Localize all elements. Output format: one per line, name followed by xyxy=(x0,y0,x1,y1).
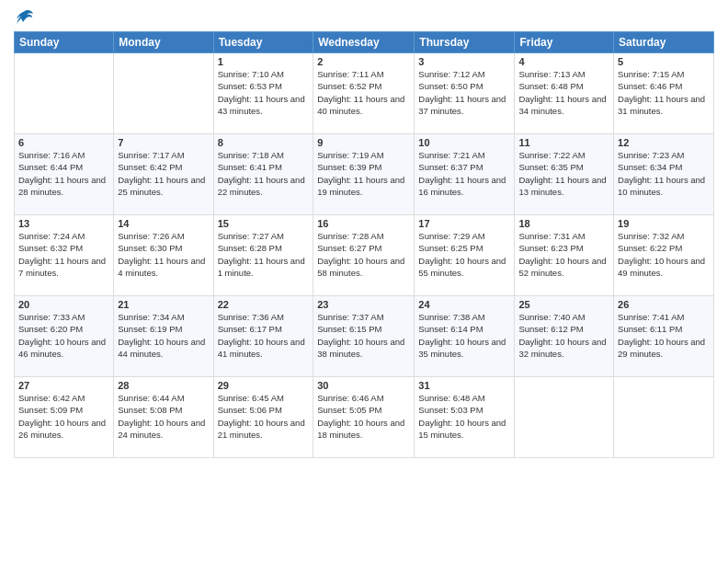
day-number: 24 xyxy=(418,299,510,310)
day-info: Sunrise: 7:12 AM Sunset: 6:50 PM Dayligh… xyxy=(418,68,510,117)
calendar-cell: 29Sunrise: 6:45 AM Sunset: 5:06 PM Dayli… xyxy=(213,377,313,458)
day-number: 15 xyxy=(218,218,310,229)
calendar-cell xyxy=(114,53,213,134)
day-number: 21 xyxy=(118,299,209,310)
day-info: Sunrise: 7:17 AM Sunset: 6:42 PM Dayligh… xyxy=(118,149,209,198)
day-info: Sunrise: 7:32 AM Sunset: 6:22 PM Dayligh… xyxy=(618,230,710,279)
calendar-week-row: 13Sunrise: 7:24 AM Sunset: 6:32 PM Dayli… xyxy=(15,215,714,296)
day-number: 14 xyxy=(118,218,209,229)
calendar-cell: 18Sunrise: 7:31 AM Sunset: 6:23 PM Dayli… xyxy=(515,215,614,296)
calendar-cell: 22Sunrise: 7:36 AM Sunset: 6:17 PM Dayli… xyxy=(213,296,313,377)
calendar-cell xyxy=(614,377,714,458)
calendar-cell: 20Sunrise: 7:33 AM Sunset: 6:20 PM Dayli… xyxy=(15,296,114,377)
logo-bird-icon xyxy=(16,9,34,26)
calendar-week-row: 20Sunrise: 7:33 AM Sunset: 6:20 PM Dayli… xyxy=(15,296,714,377)
day-number: 3 xyxy=(418,56,510,67)
calendar-cell: 15Sunrise: 7:27 AM Sunset: 6:28 PM Dayli… xyxy=(213,215,313,296)
day-info: Sunrise: 7:18 AM Sunset: 6:41 PM Dayligh… xyxy=(218,149,310,198)
day-info: Sunrise: 7:34 AM Sunset: 6:19 PM Dayligh… xyxy=(118,311,209,360)
day-number: 12 xyxy=(618,137,710,148)
header xyxy=(14,9,714,26)
calendar-cell: 6Sunrise: 7:16 AM Sunset: 6:44 PM Daylig… xyxy=(15,134,114,215)
day-number: 4 xyxy=(518,56,609,67)
col-header-monday: Monday xyxy=(114,32,213,53)
calendar-cell: 26Sunrise: 7:41 AM Sunset: 6:11 PM Dayli… xyxy=(614,296,714,377)
calendar-cell: 1Sunrise: 7:10 AM Sunset: 6:53 PM Daylig… xyxy=(213,53,313,134)
day-number: 26 xyxy=(618,299,710,310)
calendar-cell: 2Sunrise: 7:11 AM Sunset: 6:52 PM Daylig… xyxy=(313,53,415,134)
day-info: Sunrise: 7:41 AM Sunset: 6:11 PM Dayligh… xyxy=(618,311,710,360)
day-info: Sunrise: 7:16 AM Sunset: 6:44 PM Dayligh… xyxy=(18,149,109,198)
day-number: 17 xyxy=(418,218,510,229)
day-number: 1 xyxy=(218,56,310,67)
day-number: 9 xyxy=(317,137,410,148)
day-info: Sunrise: 7:13 AM Sunset: 6:48 PM Dayligh… xyxy=(518,68,609,117)
day-number: 27 xyxy=(18,380,109,391)
calendar-cell: 4Sunrise: 7:13 AM Sunset: 6:48 PM Daylig… xyxy=(515,53,614,134)
day-info: Sunrise: 6:46 AM Sunset: 5:05 PM Dayligh… xyxy=(317,392,410,441)
calendar-cell: 23Sunrise: 7:37 AM Sunset: 6:15 PM Dayli… xyxy=(313,296,415,377)
day-number: 5 xyxy=(618,56,710,67)
calendar-cell xyxy=(15,53,114,134)
day-number: 25 xyxy=(518,299,609,310)
day-number: 13 xyxy=(18,218,109,229)
day-number: 22 xyxy=(218,299,310,310)
day-info: Sunrise: 7:24 AM Sunset: 6:32 PM Dayligh… xyxy=(18,230,109,279)
day-info: Sunrise: 7:10 AM Sunset: 6:53 PM Dayligh… xyxy=(218,68,310,117)
day-info: Sunrise: 7:15 AM Sunset: 6:46 PM Dayligh… xyxy=(618,68,710,117)
day-number: 31 xyxy=(418,380,510,391)
col-header-sunday: Sunday xyxy=(15,32,114,53)
day-number: 20 xyxy=(18,299,109,310)
calendar-cell: 3Sunrise: 7:12 AM Sunset: 6:50 PM Daylig… xyxy=(415,53,515,134)
day-info: Sunrise: 7:31 AM Sunset: 6:23 PM Dayligh… xyxy=(518,230,609,279)
page: SundayMondayTuesdayWednesdayThursdayFrid… xyxy=(0,0,728,563)
day-info: Sunrise: 7:27 AM Sunset: 6:28 PM Dayligh… xyxy=(218,230,310,279)
calendar-cell: 16Sunrise: 7:28 AM Sunset: 6:27 PM Dayli… xyxy=(313,215,415,296)
calendar-cell: 7Sunrise: 7:17 AM Sunset: 6:42 PM Daylig… xyxy=(114,134,213,215)
day-info: Sunrise: 7:36 AM Sunset: 6:17 PM Dayligh… xyxy=(218,311,310,360)
calendar-cell: 5Sunrise: 7:15 AM Sunset: 6:46 PM Daylig… xyxy=(614,53,714,134)
col-header-tuesday: Tuesday xyxy=(213,32,313,53)
calendar-week-row: 27Sunrise: 6:42 AM Sunset: 5:09 PM Dayli… xyxy=(15,377,714,458)
calendar-week-row: 6Sunrise: 7:16 AM Sunset: 6:44 PM Daylig… xyxy=(15,134,714,215)
logo xyxy=(14,9,34,26)
day-info: Sunrise: 6:42 AM Sunset: 5:09 PM Dayligh… xyxy=(18,392,109,441)
day-info: Sunrise: 7:21 AM Sunset: 6:37 PM Dayligh… xyxy=(418,149,510,198)
day-info: Sunrise: 7:33 AM Sunset: 6:20 PM Dayligh… xyxy=(18,311,109,360)
calendar-cell: 24Sunrise: 7:38 AM Sunset: 6:14 PM Dayli… xyxy=(415,296,515,377)
day-number: 18 xyxy=(518,218,609,229)
day-info: Sunrise: 7:22 AM Sunset: 6:35 PM Dayligh… xyxy=(518,149,609,198)
calendar-cell: 21Sunrise: 7:34 AM Sunset: 6:19 PM Dayli… xyxy=(114,296,213,377)
calendar-cell: 30Sunrise: 6:46 AM Sunset: 5:05 PM Dayli… xyxy=(313,377,415,458)
day-info: Sunrise: 7:11 AM Sunset: 6:52 PM Dayligh… xyxy=(317,68,410,117)
calendar-week-row: 1Sunrise: 7:10 AM Sunset: 6:53 PM Daylig… xyxy=(15,53,714,134)
day-info: Sunrise: 7:40 AM Sunset: 6:12 PM Dayligh… xyxy=(518,311,609,360)
day-number: 11 xyxy=(518,137,609,148)
day-number: 23 xyxy=(317,299,410,310)
col-header-wednesday: Wednesday xyxy=(313,32,415,53)
calendar-cell: 27Sunrise: 6:42 AM Sunset: 5:09 PM Dayli… xyxy=(15,377,114,458)
day-number: 30 xyxy=(317,380,410,391)
calendar-cell: 11Sunrise: 7:22 AM Sunset: 6:35 PM Dayli… xyxy=(515,134,614,215)
col-header-saturday: Saturday xyxy=(614,32,714,53)
calendar-table: SundayMondayTuesdayWednesdayThursdayFrid… xyxy=(14,31,714,458)
calendar-cell: 14Sunrise: 7:26 AM Sunset: 6:30 PM Dayli… xyxy=(114,215,213,296)
day-number: 6 xyxy=(18,137,109,148)
calendar-header-row: SundayMondayTuesdayWednesdayThursdayFrid… xyxy=(15,32,714,53)
calendar-cell: 8Sunrise: 7:18 AM Sunset: 6:41 PM Daylig… xyxy=(213,134,313,215)
calendar-cell: 10Sunrise: 7:21 AM Sunset: 6:37 PM Dayli… xyxy=(415,134,515,215)
day-number: 16 xyxy=(317,218,410,229)
calendar-cell: 31Sunrise: 6:48 AM Sunset: 5:03 PM Dayli… xyxy=(415,377,515,458)
day-info: Sunrise: 7:23 AM Sunset: 6:34 PM Dayligh… xyxy=(618,149,710,198)
day-number: 29 xyxy=(218,380,310,391)
day-number: 19 xyxy=(618,218,710,229)
col-header-thursday: Thursday xyxy=(415,32,515,53)
day-info: Sunrise: 6:48 AM Sunset: 5:03 PM Dayligh… xyxy=(418,392,510,441)
day-info: Sunrise: 7:28 AM Sunset: 6:27 PM Dayligh… xyxy=(317,230,410,279)
day-info: Sunrise: 7:37 AM Sunset: 6:15 PM Dayligh… xyxy=(317,311,410,360)
calendar-cell xyxy=(515,377,614,458)
day-number: 7 xyxy=(118,137,209,148)
day-number: 28 xyxy=(118,380,209,391)
day-number: 2 xyxy=(317,56,410,67)
col-header-friday: Friday xyxy=(515,32,614,53)
